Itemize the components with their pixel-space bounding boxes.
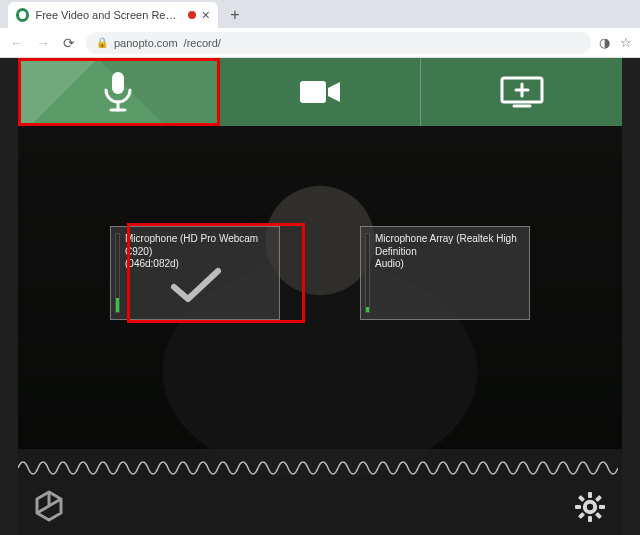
nav-forward-button[interactable]: → [34,35,52,51]
svg-rect-3 [300,81,326,103]
svg-point-8 [585,502,595,512]
source-tabs [18,58,622,126]
nav-back-button[interactable]: ← [8,35,26,51]
omnibar-icons: ◑ ☆ [599,35,632,50]
panopto-logo-icon [32,489,66,523]
extension-icon[interactable]: ◑ [599,35,610,50]
close-tab-icon[interactable]: × [202,8,210,22]
microphone-icon [101,70,135,114]
svg-rect-14 [578,512,585,519]
panopto-logo-button[interactable] [32,489,66,523]
svg-rect-16 [595,512,602,519]
bookmark-star-icon[interactable]: ☆ [620,35,632,50]
url-field[interactable]: 🔒 panopto.com/record/ [86,32,591,54]
url-path: /record/ [184,37,221,49]
browser-chrome: Free Video and Screen Reco… × + ← → ⟳ 🔒 … [0,0,640,58]
tab-strip: Free Video and Screen Reco… × + [0,0,640,28]
audio-device-card[interactable]: Microphone (HD Pro Webcam C920) (046d:08… [110,226,280,320]
browser-tab-active[interactable]: Free Video and Screen Reco… × [8,2,218,28]
svg-rect-11 [575,505,581,509]
lock-icon: 🔒 [96,37,108,48]
audio-device-card[interactable]: Microphone Array (Realtek High Definitio… [360,226,530,320]
stage: Microphone (HD Pro Webcam C920) (046d:08… [18,126,622,535]
add-screen-icon [499,75,545,109]
audio-level-meter [365,233,370,313]
svg-rect-0 [112,72,124,94]
settings-button[interactable] [574,491,606,523]
tab-favicon [16,8,29,22]
tab-video[interactable] [219,58,421,126]
tab-audio[interactable] [18,58,219,126]
audio-device-label: Microphone Array (Realtek High Definitio… [375,233,521,271]
svg-rect-15 [578,495,585,502]
svg-rect-12 [599,505,605,509]
audio-waveform [18,453,618,483]
audio-device-list: Microphone (HD Pro Webcam C920) (046d:08… [18,226,622,320]
video-camera-icon [298,77,342,107]
viewport: Microphone (HD Pro Webcam C920) (046d:08… [0,58,640,535]
svg-rect-13 [595,495,602,502]
address-bar: ← → ⟳ 🔒 panopto.com/record/ ◑ ☆ [0,28,640,58]
footer-bar [18,449,622,535]
tab-title: Free Video and Screen Reco… [35,9,181,21]
url-host: panopto.com [114,37,178,49]
nav-reload-button[interactable]: ⟳ [60,35,78,51]
tab-screen[interactable] [420,58,622,126]
svg-rect-9 [588,492,592,498]
new-tab-button[interactable]: + [224,4,246,26]
audio-level-meter [115,233,120,313]
gear-icon [574,491,606,523]
recording-indicator-icon [188,11,196,19]
recorder-app: Microphone (HD Pro Webcam C920) (046d:08… [18,58,622,535]
selected-check-icon [166,265,226,305]
svg-rect-10 [588,516,592,522]
